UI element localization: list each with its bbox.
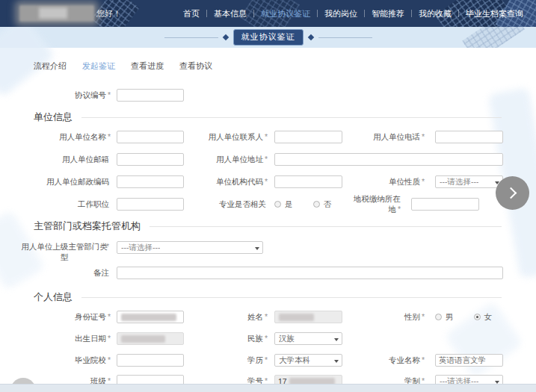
unit-name-label: 用人单位名称*	[0, 132, 111, 142]
nav-item-archive-query[interactable]: 毕业生档案查询	[466, 8, 523, 19]
building-pattern	[462, 27, 525, 48]
unit-orgcode-input[interactable]	[274, 175, 342, 188]
school-input[interactable]	[117, 354, 184, 367]
unit-phone-input[interactable]	[435, 131, 503, 143]
dept-type-row: 用人单位上级主管部门类型* ---请选择---	[0, 241, 536, 262]
dept-type-label: 用人单位上级主管部门类型*	[0, 241, 111, 262]
unit-contact-input[interactable]	[274, 131, 342, 143]
tab-start-verify[interactable]: 发起鉴证	[82, 60, 115, 71]
personal-row-3: 毕业院校* 学历* 大学本科 专业名称*	[0, 354, 536, 367]
unit-row-2: 用人单位邮箱 用人单位地址*	[0, 153, 536, 166]
page-banner: 就业协议鉴证	[0, 27, 536, 48]
redacted-username-blur	[39, 7, 67, 19]
banner-line	[164, 37, 218, 38]
unit-row-4: 工作职位 专业是否相关 是 否 地税缴纳所在地*	[0, 198, 536, 211]
nav-item-favorites[interactable]: 我的收藏	[419, 8, 452, 19]
id-number-label: 身份证号*	[0, 312, 111, 322]
major-related-label: 专业是否相关	[184, 199, 268, 209]
top-navbar: 您好！ 首页 基本信息 就业协议鉴证 我的岗位 智能推荐 我的收藏 毕业生档案查…	[0, 0, 536, 27]
remark-input[interactable]	[117, 267, 503, 279]
nav-separator	[411, 10, 412, 17]
radio-icon	[274, 201, 281, 208]
redacted-blur	[279, 314, 314, 321]
diamond-bullet-icon	[222, 34, 228, 40]
unit-row-3: 用人单位邮政编码 单位机构代码* 单位性质* ---请选择---	[0, 175, 536, 188]
section-title: 单位信息	[34, 111, 73, 124]
unit-email-input[interactable]	[117, 153, 184, 166]
tab-view-progress[interactable]: 查看进度	[131, 60, 164, 71]
gender-female-radio[interactable]: 女	[474, 312, 493, 323]
birth-date-label: 出生日期*	[0, 334, 111, 343]
chevron-down-icon	[334, 338, 339, 341]
unit-email-label: 用人单位邮箱	[0, 155, 111, 164]
major-related-no-radio[interactable]: 否	[313, 199, 332, 210]
remark-row: 备注	[0, 267, 536, 279]
section-rule	[81, 117, 502, 118]
nav-item-home[interactable]: 首页	[183, 8, 200, 19]
radio-icon	[313, 201, 320, 208]
school-label: 毕业院校*	[0, 355, 111, 365]
process-tabs: 流程介绍 发起鉴证 查看进度 查看协议	[34, 60, 536, 71]
greeting-text: 您好！	[96, 0, 121, 27]
degree-label: 学历*	[184, 355, 268, 365]
page-title-badge: 就业协议鉴证	[233, 29, 304, 46]
required-asterisk: *	[108, 90, 111, 99]
unit-name-input[interactable]	[117, 131, 184, 143]
section-unit-info: 单位信息	[34, 111, 502, 123]
gender-radio-group: 男 女	[435, 312, 512, 323]
tab-process-intro[interactable]: 流程介绍	[34, 60, 67, 71]
unit-address-label: 用人单位地址*	[184, 155, 268, 164]
chevron-down-icon	[255, 247, 259, 250]
name-field	[274, 311, 342, 323]
nav-item-recommend[interactable]: 智能推荐	[372, 8, 404, 19]
form-content: 流程介绍 发起鉴证 查看进度 查看协议 协议编号* 单位信息 用人单位名称* 用…	[0, 60, 536, 388]
section-title: 个人信息	[34, 290, 73, 304]
nav-item-agreement-verify[interactable]: 就业协议鉴证	[261, 8, 310, 19]
agreement-number-row: 协议编号*	[0, 89, 536, 102]
tax-place-input[interactable]	[411, 198, 479, 211]
chevron-down-icon	[495, 381, 499, 384]
unit-orgcode-label: 单位机构代码*	[184, 177, 268, 187]
personal-row-1: 身份证号* 姓名* 性别* 男 女	[0, 311, 536, 323]
job-title-input[interactable]	[117, 198, 184, 211]
agreement-number-label: 协议编号*	[0, 90, 111, 100]
section-dept: 主管部门或档案托管机构	[34, 220, 502, 232]
section-title: 主管部门或档案托管机构	[34, 220, 141, 233]
gender-male-radio[interactable]: 男	[435, 312, 454, 323]
ethnicity-label: 民族*	[184, 334, 268, 343]
tab-view-agreement[interactable]: 查看协议	[179, 60, 212, 71]
ethnicity-select[interactable]: 汉族	[274, 332, 342, 345]
unit-nature-select[interactable]: ---请选择---	[435, 175, 503, 188]
nav-separator	[458, 10, 459, 17]
unit-phone-label: 用人单位电话*	[342, 132, 425, 142]
chevron-down-icon	[334, 360, 339, 363]
section-personal: 个人信息	[34, 291, 502, 303]
unit-address-input[interactable]	[274, 153, 503, 166]
nav-separator	[364, 10, 365, 17]
bottom-strip	[0, 384, 536, 392]
remark-label: 备注	[0, 268, 111, 278]
main-nav: 首页 基本信息 就业协议鉴证 我的岗位 智能推荐 我的收藏 毕业生档案查询	[176, 0, 530, 27]
agreement-number-input[interactable]	[117, 89, 184, 102]
birth-date-field	[117, 332, 184, 345]
nav-item-my-jobs[interactable]: 我的岗位	[324, 8, 357, 19]
nav-item-basic-info[interactable]: 基本信息	[214, 8, 247, 19]
degree-select[interactable]: 大学本科	[274, 354, 342, 367]
unit-nature-label: 单位性质*	[342, 177, 425, 187]
section-rule	[150, 226, 502, 227]
unit-zipcode-input[interactable]	[117, 175, 184, 188]
dept-type-select[interactable]: ---请选择---	[117, 241, 263, 254]
job-title-label: 工作职位	[0, 199, 111, 209]
radio-icon	[435, 314, 442, 320]
unit-row-1: 用人单位名称* 用人单位联系人* 用人单位电话*	[0, 131, 536, 143]
personal-row-2: 出生日期* 民族* 汉族	[0, 332, 536, 345]
redacted-blur	[121, 335, 165, 343]
chevron-right-icon	[505, 187, 517, 199]
major-related-yes-radio[interactable]: 是	[274, 199, 293, 210]
major-name-label: 专业名称*	[342, 355, 425, 365]
gender-label: 性别*	[342, 312, 425, 322]
major-name-input[interactable]	[435, 354, 503, 367]
carousel-next-button[interactable]	[496, 176, 529, 210]
page: 您好！ 首页 基本信息 就业协议鉴证 我的岗位 智能推荐 我的收藏 毕业生档案查…	[0, 0, 536, 392]
section-rule	[81, 297, 502, 298]
